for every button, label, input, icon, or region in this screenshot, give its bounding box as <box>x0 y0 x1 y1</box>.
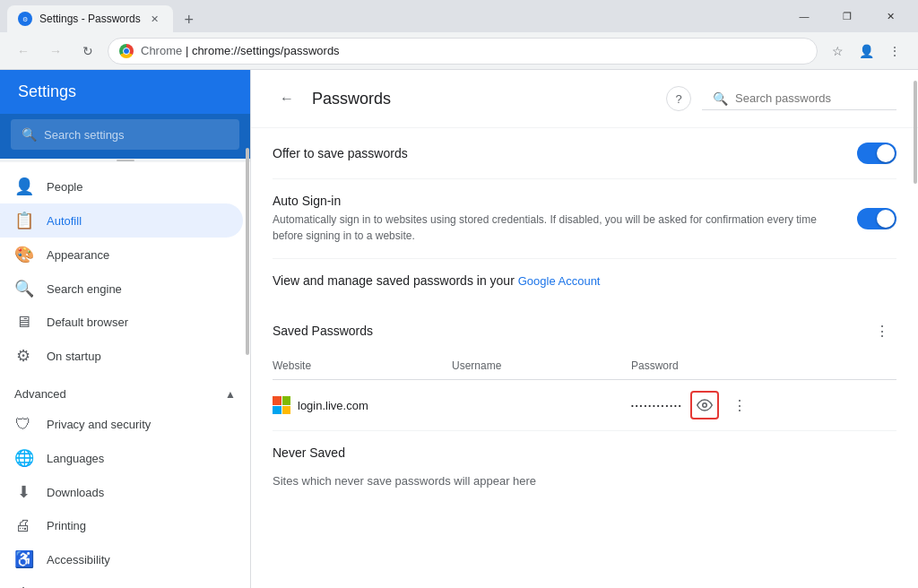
sidebar-label-printing: Printing <box>47 519 86 532</box>
appearance-icon: 🎨 <box>14 245 32 264</box>
show-password-button[interactable] <box>690 391 719 419</box>
sidebar-item-accessibility[interactable]: ♿ Accessibility <box>0 542 243 576</box>
sidebar-label-appearance: Appearance <box>47 248 109 262</box>
sidebar-item-autofill[interactable]: 📋 Autofill <box>0 203 243 238</box>
account-button[interactable]: 👤 <box>853 39 879 64</box>
sidebar-label-accessibility: Accessibility <box>47 553 110 566</box>
address-input[interactable]: Chrome | chrome://settings/passwords <box>108 38 818 65</box>
column-password: Password <box>631 359 896 372</box>
default-browser-icon: 🖥 <box>14 313 32 332</box>
passwords-header: ← Passwords ? 🔍 <box>251 70 918 128</box>
sidebar-label-downloads: Downloads <box>47 486 104 499</box>
passwords-search-wrap[interactable]: 🔍 <box>702 88 896 110</box>
auto-signin-toggle[interactable] <box>857 208 896 229</box>
passwords-table-header: Website Username Password <box>273 352 896 380</box>
password-row-more-button[interactable]: ⋮ <box>726 391 755 419</box>
passwords-help-button[interactable]: ? <box>666 86 691 111</box>
chrome-favicon-icon <box>119 44 134 58</box>
pw-password-cell: •••••••••••• ⋮ <box>631 391 896 419</box>
saved-passwords-more-button[interactable]: ⋮ <box>868 316 896 345</box>
manage-link-prefix: View and manage saved passwords in your <box>273 273 518 288</box>
active-tab[interactable]: ⚙ Settings - Passwords ✕ <box>7 5 173 32</box>
sidebar-label-on-startup: On startup <box>47 350 101 363</box>
back-button[interactable]: ← <box>11 39 36 64</box>
downloads-icon: ⬇ <box>14 482 32 502</box>
printing-icon: 🖨 <box>14 516 32 535</box>
address-chrome-label: Chrome <box>141 44 182 57</box>
ms-q4 <box>282 406 291 415</box>
sidebar-item-people[interactable]: 👤 People <box>0 169 243 203</box>
passwords-back-button[interactable]: ← <box>273 84 301 113</box>
tab-close-button[interactable]: ✕ <box>148 12 162 26</box>
address-right-icons: ☆ 👤 ⋮ <box>825 39 907 64</box>
sidebar-search-container[interactable]: 🔍 Search settings <box>11 119 239 150</box>
autofill-icon: 📋 <box>14 211 32 230</box>
sidebar-scrollbar-track <box>245 70 250 588</box>
close-button[interactable]: ✕ <box>870 0 911 32</box>
title-bar: ⚙ Settings - Passwords ✕ + — ❐ ✕ <box>0 0 918 32</box>
on-startup-icon: ⚙ <box>14 346 32 366</box>
sidebar-item-appearance[interactable]: 🎨 Appearance <box>0 238 243 272</box>
never-saved-description: Sites which never save passwords will ap… <box>273 467 896 495</box>
offer-to-save-row: Offer to save passwords <box>273 128 896 179</box>
sidebar-scrollbar-thumb <box>246 148 249 355</box>
saved-passwords-header: Saved Passwords ⋮ <box>251 302 918 352</box>
sidebar-item-search-engine[interactable]: 🔍 Search engine <box>0 272 243 306</box>
accessibility-icon: ♿ <box>14 549 32 569</box>
maximize-button[interactable]: ❐ <box>827 0 868 32</box>
auto-signin-label: Auto Sign-in <box>273 194 846 208</box>
advanced-nav: 🛡 Privacy and security 🌐 Languages ⬇ Dow… <box>0 408 250 588</box>
sidebar-search-placeholder[interactable]: Search settings <box>44 128 125 142</box>
passwords-title: Passwords <box>312 90 655 108</box>
auto-signin-row: Auto Sign-in Automatically sign in to we… <box>273 179 896 259</box>
sidebar-item-default-browser[interactable]: 🖥 Default browser <box>0 306 243 339</box>
advanced-section-header[interactable]: Advanced ▲ <box>0 380 250 408</box>
sidebar-item-system[interactable]: ⚙ System <box>0 576 243 588</box>
offer-to-save-label: Offer to save passwords <box>273 146 846 160</box>
sidebar-item-privacy[interactable]: 🛡 Privacy and security <box>0 408 243 441</box>
people-icon: 👤 <box>14 177 32 196</box>
passwords-page: ← Passwords ? 🔍 Offer to save passwords <box>251 70 918 509</box>
column-website: Website <box>273 359 452 372</box>
sidebar-item-languages[interactable]: 🌐 Languages <box>0 441 243 475</box>
forward-button[interactable]: → <box>43 39 68 64</box>
sidebar-search-area: 🔍 Search settings <box>0 114 250 159</box>
offer-to-save-toggle[interactable] <box>857 143 896 164</box>
scroll-indicator-bar <box>117 160 134 161</box>
settings-section: Offer to save passwords Auto Sign-in Aut… <box>251 128 918 302</box>
ms-q1 <box>273 396 281 405</box>
address-bar: ← → ↻ Chrome | chrome://settings/passwor… <box>0 32 918 70</box>
pw-site-name[interactable]: login.live.com <box>298 399 368 412</box>
languages-icon: 🌐 <box>14 448 32 468</box>
address-url-path: settings/passwords <box>240 44 340 57</box>
system-icon: ⚙ <box>14 584 32 588</box>
sidebar-label-default-browser: Default browser <box>47 316 128 329</box>
sidebar-item-printing[interactable]: 🖨 Printing <box>0 509 243 542</box>
password-dots: •••••••••••• <box>631 402 683 410</box>
auto-signin-text: Auto Sign-in Automatically sign in to we… <box>273 194 846 244</box>
search-engine-icon: 🔍 <box>14 279 32 298</box>
svg-text:⚙: ⚙ <box>22 16 28 22</box>
manage-link-text: View and manage saved passwords in your … <box>273 273 896 288</box>
svg-point-2 <box>702 403 706 408</box>
content-scrollbar-thumb <box>914 81 917 185</box>
reload-button[interactable]: ↻ <box>75 39 100 64</box>
never-saved-title: Never Saved <box>273 445 896 460</box>
search-icon: 🔍 <box>22 127 37 142</box>
address-text: Chrome | chrome://settings/passwords <box>141 44 340 57</box>
menu-button[interactable]: ⋮ <box>882 39 907 64</box>
advanced-label: Advanced <box>14 387 66 401</box>
column-username: Username <box>452 359 631 372</box>
sidebar-item-on-startup[interactable]: ⚙ On startup <box>0 339 243 373</box>
sidebar-item-downloads[interactable]: ⬇ Downloads <box>0 475 243 509</box>
passwords-search-input[interactable] <box>735 91 886 105</box>
minimize-button[interactable]: — <box>784 0 825 32</box>
new-tab-button[interactable]: + <box>177 7 202 32</box>
tab-title: Settings - Passwords <box>39 13 141 25</box>
main-layout: Settings 🔍 Search settings 👤 People 📋 Au… <box>0 70 918 588</box>
tab-strip: ⚙ Settings - Passwords ✕ + <box>7 0 784 32</box>
google-account-link[interactable]: Google Account <box>518 274 601 288</box>
content-area: ← Passwords ? 🔍 Offer to save passwords <box>251 70 918 588</box>
bookmark-button[interactable]: ☆ <box>825 39 850 64</box>
pw-website-cell: login.live.com <box>273 396 452 414</box>
